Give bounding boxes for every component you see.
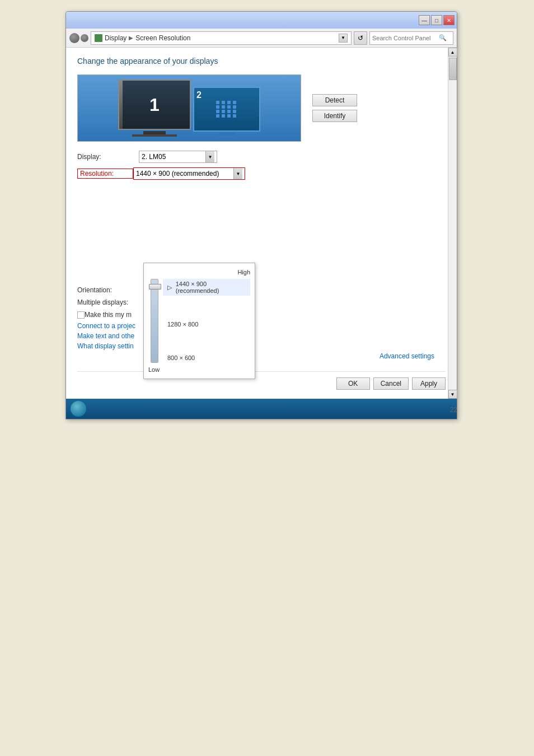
monitor-1-number: 1 xyxy=(149,95,160,115)
taskbar xyxy=(66,399,457,419)
resolution-dropdown-arrow: ▼ xyxy=(233,168,242,179)
scroll-down-arrow[interactable]: ▼ xyxy=(448,390,457,399)
scroll-up-arrow[interactable]: ▲ xyxy=(448,48,457,57)
monitors-container: 1 2 xyxy=(77,74,301,142)
make-text-link[interactable]: Make text and othe xyxy=(77,332,134,340)
start-orb[interactable] xyxy=(68,399,88,419)
scrollbar[interactable]: ▲ ▼ xyxy=(448,48,457,399)
slider-labels: ▷ 1440 × 900 (recommended) 1280 × 800 xyxy=(158,279,250,363)
address-bar: Display ▶ Screen Resolution ▼ ↺ 🔍 xyxy=(66,29,457,48)
page-title: Change the appearance of your displays xyxy=(77,57,446,66)
content-area: Change the appearance of your displays 1 xyxy=(66,48,457,399)
multiple-displays-label: Multiple displays: xyxy=(77,298,139,306)
breadcrumb-nav[interactable]: Display xyxy=(105,34,127,42)
close-button[interactable]: ✕ xyxy=(443,15,455,25)
slider-low-label: Low xyxy=(144,365,255,374)
detect-button[interactable]: Detect xyxy=(312,94,357,106)
nav-circles xyxy=(69,33,88,43)
make-main-checkbox[interactable] xyxy=(77,311,85,319)
breadcrumb-separator: ▶ xyxy=(129,35,133,41)
settings-section: Display: 2. LM05 ▼ Resolution: 1440 × 90… xyxy=(77,151,446,390)
display-label: Display: xyxy=(77,153,139,161)
make-main-label: Make this my m xyxy=(85,311,132,319)
display-dropdown[interactable]: 2. LM05 ▼ xyxy=(139,151,217,163)
page-number: 22 xyxy=(450,406,457,414)
window-controls: — □ ✕ xyxy=(419,15,455,25)
minimize-button[interactable]: — xyxy=(419,15,430,25)
forward-button[interactable] xyxy=(81,34,88,42)
resolution-slider-popup: High xyxy=(143,263,255,379)
breadcrumb: Display ▶ Screen Resolution ▼ xyxy=(91,31,352,45)
slider-item-1440[interactable]: ▷ 1440 × 900 (recommended) xyxy=(163,279,250,296)
slider-thumb[interactable] xyxy=(149,284,161,290)
title-bar: — □ ✕ xyxy=(66,12,457,29)
back-button[interactable] xyxy=(69,33,79,43)
slider-area: ▷ 1440 × 900 (recommended) 1280 × 800 xyxy=(144,277,255,365)
display-icon xyxy=(95,34,102,42)
display-dropdown-arrow: ▼ xyxy=(205,151,214,162)
make-main-row: Make this my m xyxy=(77,311,446,319)
refresh-button[interactable]: ↺ xyxy=(354,31,367,45)
cancel-button[interactable]: Cancel xyxy=(373,377,409,390)
resolution-dropdown[interactable]: 1440 × 900 (recommended) ▼ xyxy=(133,167,245,180)
scroll-thumb[interactable] xyxy=(449,58,457,80)
monitor-2-number: 2 xyxy=(196,90,202,100)
monitors-area: 1 2 xyxy=(77,74,446,142)
slider-item-1280[interactable]: 1280 × 800 xyxy=(163,319,250,329)
search-box: 🔍 xyxy=(369,31,453,45)
ok-button[interactable]: OK xyxy=(336,377,370,390)
orientation-label: Orientation: xyxy=(77,286,139,294)
what-display-link[interactable]: What display settin xyxy=(77,342,134,350)
monitor-1: 1 xyxy=(118,80,191,130)
monitor-2: 2 xyxy=(193,87,260,132)
apply-button[interactable]: Apply xyxy=(412,377,446,390)
identify-button[interactable]: Identify xyxy=(312,110,357,122)
vertical-slider[interactable] xyxy=(151,279,158,363)
breadcrumb-current: Screen Resolution xyxy=(135,34,190,42)
breadcrumb-dropdown-arrow[interactable]: ▼ xyxy=(339,34,348,43)
start-circle xyxy=(71,401,86,417)
connect-projector-link[interactable]: Connect to a projec xyxy=(77,322,135,330)
maximize-button[interactable]: □ xyxy=(431,15,442,25)
advanced-settings-link[interactable]: Advanced settings xyxy=(380,352,434,360)
search-input[interactable] xyxy=(370,35,437,41)
detect-identify-area: Detect Identify xyxy=(312,94,357,122)
screen-resolution-window: — □ ✕ Display ▶ Screen Resolution ▼ xyxy=(65,11,457,419)
resolution-label: Resolution: xyxy=(77,169,133,179)
search-button[interactable]: 🔍 xyxy=(437,32,448,44)
monitor-dots xyxy=(216,101,237,118)
slider-high-label: High xyxy=(144,268,255,277)
slider-item-800[interactable]: 800 × 600 xyxy=(163,353,250,363)
dialog-buttons: OK Cancel Apply xyxy=(77,371,446,390)
